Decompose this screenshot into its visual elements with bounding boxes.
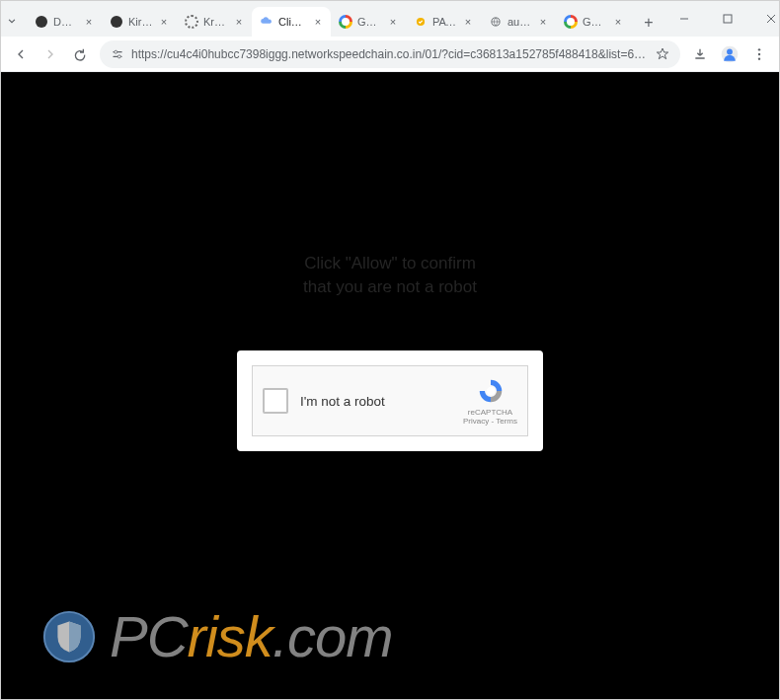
address-bar[interactable]: https://cu4c4i0hubcc7398iggg.networkspee… [100, 40, 680, 68]
tab-title: Click " [278, 16, 307, 28]
favicon-badge-icon [414, 15, 428, 29]
tab-search-chevron[interactable] [5, 8, 19, 34]
svg-point-9 [727, 48, 733, 54]
tab-close-icon[interactable]: × [157, 15, 171, 29]
tab-title: DOWN [53, 16, 78, 28]
tab-1[interactable]: DOWN × [27, 7, 102, 37]
recaptcha-icon [476, 376, 506, 406]
close-window-button[interactable] [749, 1, 780, 37]
title-bar: DOWN × KirisTV × Kraver × Click " × Goog… [1, 1, 779, 37]
page-content: Click "Allow" to confirm that you are no… [1, 72, 779, 699]
favicon-cloud-icon [260, 15, 273, 29]
new-tab-button[interactable]: + [635, 9, 663, 37]
tab-title: Kraver [203, 16, 228, 28]
svg-point-12 [758, 57, 760, 59]
tab-close-icon[interactable]: × [311, 15, 325, 29]
tab-title: auto-l [507, 16, 532, 28]
downloads-button[interactable] [686, 40, 714, 68]
tab-strip: DOWN × KirisTV × Kraver × Click " × Goog… [23, 1, 663, 37]
menu-button[interactable] [745, 40, 773, 68]
captcha-checkbox[interactable] [263, 388, 288, 414]
site-settings-icon[interactable] [110, 46, 125, 62]
svg-point-13 [486, 387, 494, 395]
back-button[interactable] [7, 40, 35, 68]
tab-close-icon[interactable]: × [386, 15, 400, 29]
tab-title: Googl [357, 16, 382, 28]
watermark-text: PCrisk.com [110, 603, 392, 669]
captcha-widget: I'm not a robot reCAPTCHA Privacy - Term… [252, 365, 528, 436]
favicon-spinner-icon [185, 15, 198, 29]
profile-button[interactable] [716, 40, 743, 68]
svg-point-11 [758, 52, 760, 54]
tab-title: KirisTV [128, 16, 153, 28]
window-controls [663, 1, 780, 37]
tab-close-icon[interactable]: × [232, 15, 246, 29]
favicon-google-icon [339, 15, 352, 29]
prompt-text: Click "Allow" to confirm that you are no… [303, 252, 477, 299]
watermark: PCrisk.com [40, 603, 392, 669]
tab-title: PAYMI [432, 16, 457, 28]
watermark-shield-icon [40, 608, 98, 665]
tab-2[interactable]: KirisTV × [102, 7, 177, 37]
tab-close-icon[interactable]: × [536, 15, 550, 29]
svg-point-7 [117, 54, 120, 57]
tab-close-icon[interactable]: × [461, 15, 475, 29]
maximize-button[interactable] [706, 1, 749, 37]
captcha-label: I'm not a robot [300, 394, 463, 409]
toolbar: https://cu4c4i0hubcc7398iggg.networkspee… [1, 37, 779, 72]
tab-5[interactable]: Googl × [331, 7, 406, 37]
svg-rect-3 [724, 15, 732, 23]
url-text: https://cu4c4i0hubcc7398iggg.networkspee… [131, 47, 649, 61]
svg-point-10 [758, 48, 760, 50]
favicon-google-icon [564, 15, 578, 29]
recaptcha-brand: reCAPTCHA [468, 408, 512, 417]
tab-7[interactable]: auto-l × [481, 7, 556, 37]
tab-3[interactable]: Kraver × [177, 7, 252, 37]
star-icon[interactable] [655, 46, 670, 62]
forward-button[interactable] [37, 40, 64, 68]
browser-window: DOWN × KirisTV × Kraver × Click " × Goog… [0, 0, 780, 700]
tab-4-active[interactable]: Click " × [252, 7, 331, 37]
minimize-button[interactable] [663, 1, 706, 37]
favicon-circle-icon [110, 15, 123, 29]
reload-button[interactable] [66, 40, 94, 68]
tab-close-icon[interactable]: × [611, 15, 625, 29]
tab-title: Googl [583, 16, 607, 28]
favicon-circle-icon [35, 15, 48, 29]
captcha-card: I'm not a robot reCAPTCHA Privacy - Term… [237, 350, 543, 451]
tab-8[interactable]: Googl × [556, 7, 631, 37]
recaptcha-legal: Privacy - Terms [463, 417, 517, 426]
recaptcha-badge: reCAPTCHA Privacy - Terms [463, 376, 517, 426]
favicon-globe-icon [489, 15, 503, 29]
svg-point-6 [115, 50, 117, 53]
tab-close-icon[interactable]: × [82, 15, 96, 29]
tab-6[interactable]: PAYMI × [406, 7, 481, 37]
